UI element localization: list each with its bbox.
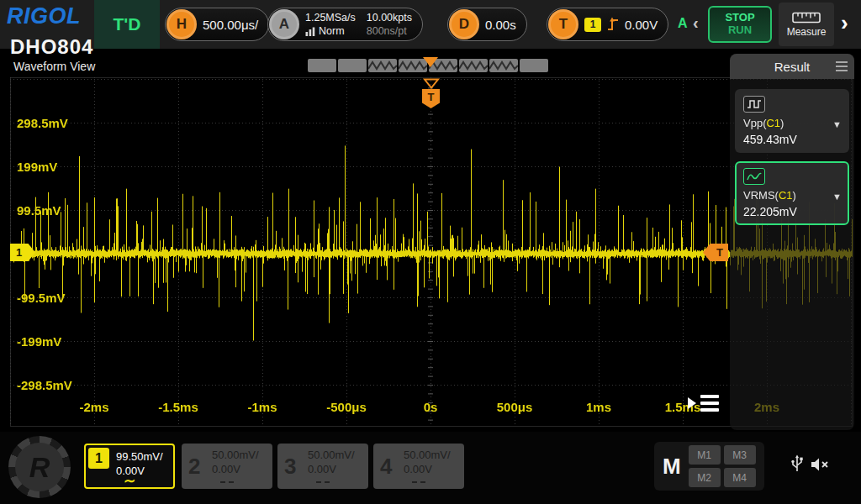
run-label: RUN bbox=[728, 24, 752, 37]
measure-button[interactable]: Measure bbox=[779, 3, 834, 46]
channel-number: 4 bbox=[380, 454, 392, 480]
channel-4-box[interactable]: 450.00mV/0.00V bbox=[373, 444, 464, 489]
bottom-bar: R M M1M3M2M4 199.50mV/0.00V∼250.00mV/0.0… bbox=[0, 432, 861, 504]
math-buttons: M1M3M2M4 bbox=[689, 445, 756, 487]
math-button-m1[interactable]: M1 bbox=[689, 445, 721, 465]
channel-values: 50.00mV/0.00V bbox=[404, 449, 451, 477]
triangle-icon bbox=[688, 397, 696, 409]
y-axis-label: -199mV bbox=[17, 334, 61, 349]
trigger-source-badge: 1 bbox=[584, 18, 601, 32]
acquire-right-column: 10.00kpts 800ns/pt bbox=[367, 12, 412, 37]
square-wave-icon bbox=[743, 96, 765, 113]
trigger-coupling-indicator: A bbox=[678, 16, 688, 31]
y-axis-label: -298.5mV bbox=[17, 378, 72, 392]
x-axis-label: 500μs bbox=[497, 400, 533, 414]
x-axis-label: 1ms bbox=[586, 400, 611, 414]
delay-button[interactable]: D bbox=[449, 9, 479, 39]
math-button-m2[interactable]: M2 bbox=[689, 468, 721, 487]
model-label: DHO804 bbox=[10, 35, 93, 59]
trigger-status-badge[interactable]: T'D bbox=[94, 0, 160, 49]
channel-values: 50.00mV/0.00V bbox=[212, 449, 259, 477]
math-button-m4[interactable]: M4 bbox=[724, 468, 756, 487]
measure-label: Measure bbox=[787, 26, 827, 38]
trigger-control[interactable]: T 1 0.00V bbox=[547, 8, 668, 41]
measurement-label: VRMS(C1) bbox=[743, 189, 841, 202]
delay-value: 0.00s bbox=[485, 18, 516, 32]
channel-values: 50.00mV/0.00V bbox=[308, 449, 355, 477]
view-title: Waveform View bbox=[13, 60, 95, 73]
stop-label: STOP bbox=[725, 12, 754, 24]
chevron-down-icon[interactable]: ▼ bbox=[832, 119, 842, 129]
sample-rate: 1.25MSa/s bbox=[305, 12, 356, 24]
horizontal-scale-value: 500.00μs/ bbox=[203, 18, 258, 32]
measurement-value: 459.43mV bbox=[743, 133, 841, 146]
trigger-level-value: 0.00V bbox=[625, 18, 658, 32]
delay-control[interactable]: D 0.00s bbox=[447, 8, 527, 41]
oscilloscope-screen: T'D H 500.00μs/ A 1.25MSa/s Norm 10.00kp… bbox=[0, 0, 861, 504]
result-items: Vpp(C1)459.43mV▼VRMS(C1)22.205mV▼ bbox=[730, 79, 854, 235]
x-axis-label: -500μs bbox=[326, 400, 367, 414]
hbar-segment bbox=[308, 59, 336, 72]
chevron-right-icon[interactable]: › bbox=[841, 10, 848, 36]
channel-number: 2 bbox=[188, 454, 200, 480]
channel-number: 1 bbox=[88, 448, 109, 469]
measurement-item-vrms[interactable]: VRMS(C1)22.205mV▼ bbox=[735, 161, 849, 225]
result-title: Result bbox=[774, 60, 811, 74]
x-axis-label: 0s bbox=[424, 400, 438, 414]
memory-depth: 10.00kpts bbox=[367, 12, 412, 24]
chevron-down-icon[interactable]: ▼ bbox=[832, 192, 842, 202]
channel-3-box[interactable]: 350.00mV/0.00V bbox=[277, 444, 368, 489]
hamburger-icon[interactable] bbox=[836, 61, 848, 71]
acquire-mode-line: Norm bbox=[305, 25, 356, 37]
x-axis-label: -1ms bbox=[247, 400, 277, 414]
math-label[interactable]: M bbox=[663, 454, 681, 480]
y-axis-label: 99.5mV bbox=[17, 203, 61, 218]
hbar-segment bbox=[459, 59, 488, 72]
menu-bars-icon bbox=[700, 395, 719, 412]
y-axis-label: -99.5mV bbox=[17, 291, 66, 305]
run-stop-button[interactable]: STOP RUN bbox=[708, 6, 772, 43]
trigger-position-indicator[interactable] bbox=[423, 57, 438, 67]
hbar-segment bbox=[368, 59, 397, 72]
rising-edge-icon bbox=[607, 17, 619, 32]
time-resolution: 800ns/pt bbox=[367, 25, 412, 37]
rigol-gear-logo[interactable]: R bbox=[8, 436, 71, 498]
acquire-mode: Norm bbox=[319, 25, 345, 37]
channel-2-box[interactable]: 250.00mV/0.00V bbox=[182, 444, 272, 489]
ruler-icon bbox=[792, 11, 821, 24]
channel-number: 3 bbox=[284, 454, 296, 480]
hbar-segment bbox=[489, 59, 518, 72]
horizontal-scale-control[interactable]: H 500.00μs/ bbox=[165, 8, 269, 41]
measurement-item-vpp[interactable]: Vpp(C1)459.43mV▼ bbox=[735, 89, 849, 153]
coupling-icon bbox=[412, 481, 425, 483]
rms-wave-icon bbox=[743, 168, 765, 185]
channel-1-box[interactable]: 199.50mV/0.00V∼ bbox=[84, 444, 175, 489]
y-axis-label: 199mV bbox=[17, 160, 57, 174]
chevron-left-icon[interactable]: ‹ bbox=[693, 13, 699, 33]
measurement-value: 22.205mV bbox=[743, 205, 841, 218]
acquire-button[interactable]: A bbox=[269, 9, 299, 39]
result-panel: Result Vpp(C1)459.43mV▼VRMS(C1)22.205mV▼ bbox=[730, 54, 854, 430]
coupling-icon bbox=[316, 481, 330, 483]
x-axis-label: -1.5ms bbox=[158, 400, 198, 414]
acquire-control[interactable]: A 1.25MSa/s Norm 10.00kpts 800ns/pt bbox=[267, 8, 423, 41]
acquire-left-column: 1.25MSa/s Norm bbox=[305, 12, 356, 37]
usb-icon bbox=[790, 454, 804, 478]
menu-expand-icon[interactable] bbox=[688, 395, 719, 412]
horizontal-button[interactable]: H bbox=[166, 9, 197, 39]
hbar-segment bbox=[520, 59, 548, 72]
rigol-logo: RIGOL bbox=[7, 3, 81, 29]
x-axis-label: -2ms bbox=[79, 400, 108, 414]
y-axis-label: 298.5mV bbox=[17, 116, 68, 130]
result-panel-header[interactable]: Result bbox=[730, 54, 854, 79]
speaker-muted-icon[interactable] bbox=[811, 457, 831, 475]
top-bar: T'D H 500.00μs/ A 1.25MSa/s Norm 10.00kp… bbox=[0, 0, 861, 49]
ac-coupling-icon: ∼ bbox=[124, 472, 135, 490]
hbar-segment bbox=[338, 59, 367, 72]
trigger-button[interactable]: T bbox=[548, 9, 578, 39]
math-group: M M1M3M2M4 bbox=[654, 442, 764, 491]
coupling-icon bbox=[220, 481, 234, 483]
math-button-m3[interactable]: M3 bbox=[724, 445, 756, 465]
measurement-label: Vpp(C1) bbox=[743, 117, 841, 129]
histogram-icon bbox=[305, 27, 315, 36]
